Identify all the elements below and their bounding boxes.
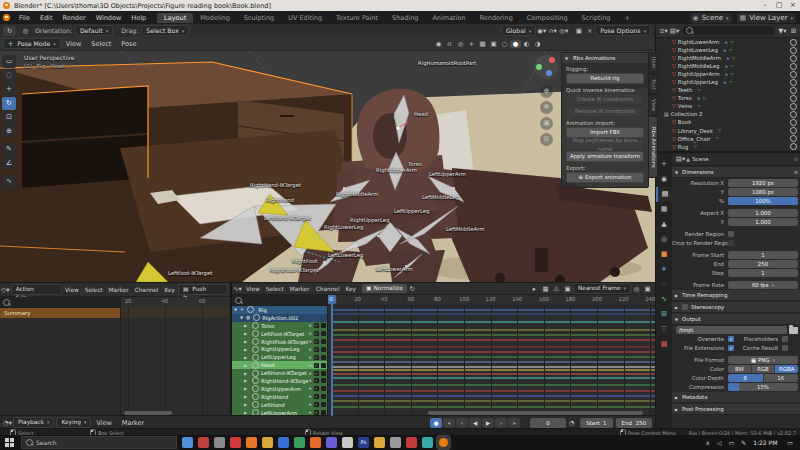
channel-enable-checkbox[interactable]: ✓ bbox=[314, 386, 319, 391]
tray-chevron-icon[interactable]: ∧ bbox=[705, 439, 709, 446]
jump-to-start-button[interactable]: « bbox=[443, 418, 455, 428]
prop-field-framerate[interactable]: 60 fps▾ bbox=[728, 281, 798, 289]
ghost-curves-icon[interactable]: ▣ bbox=[562, 285, 573, 293]
scene-selector[interactable]: ◉ Scene ▾ bbox=[690, 13, 732, 23]
close-button[interactable]: × bbox=[786, 0, 800, 11]
channel-eye-icon[interactable] bbox=[252, 385, 259, 392]
workspace-tab-modeling[interactable]: Modeling bbox=[193, 13, 237, 23]
visibility-eye-icon[interactable] bbox=[790, 119, 797, 126]
taskbar-icon-weather-app[interactable] bbox=[182, 437, 193, 448]
dimensions-panel-header[interactable]: ▼Dimensions ≡ bbox=[672, 167, 800, 178]
action-menu-view[interactable]: View bbox=[62, 287, 82, 293]
modifier-wrench-icon[interactable]: ∗ bbox=[308, 402, 312, 407]
graph-search[interactable] bbox=[232, 295, 327, 306]
workspace-tab-texture-paint[interactable]: Texture Paint bbox=[329, 13, 385, 23]
channel-enable-checkbox[interactable]: ✓ bbox=[314, 347, 319, 352]
outliner-item-torso[interactable]: ▽Torso∗▽ bbox=[656, 94, 800, 102]
sidebar-tab-tool[interactable]: Tool bbox=[648, 74, 658, 94]
channel-lock-icon[interactable] bbox=[321, 355, 326, 360]
channel-eye-icon[interactable] bbox=[252, 330, 259, 337]
graph-channel-rightfoot-iktarget[interactable]: ▶RightFoot-IKTarget∗✓ bbox=[232, 338, 327, 346]
taskbar-icon-photoshop[interactable]: Ps bbox=[358, 437, 369, 448]
color-option-rgba[interactable]: RGBA bbox=[775, 365, 798, 373]
checkbox-render-region[interactable] bbox=[728, 231, 734, 237]
graph-editor-type-icon[interactable]: ∿▾ bbox=[232, 285, 243, 293]
expand-triangle-icon[interactable]: ▶ bbox=[244, 378, 250, 383]
visibility-eye-icon[interactable] bbox=[790, 55, 797, 62]
proportional-edit-icon[interactable]: ◎ bbox=[631, 285, 642, 293]
channel-eye-icon[interactable] bbox=[247, 306, 254, 313]
navigation-gizmo[interactable] bbox=[534, 55, 558, 79]
properties-tab-scene[interactable]: ▲ bbox=[656, 217, 672, 232]
current-frame-field[interactable]: 0 bbox=[530, 418, 566, 428]
taskbar-blender-active[interactable] bbox=[438, 437, 449, 448]
visibility-eye-icon[interactable] bbox=[790, 71, 797, 78]
properties-tab-tool[interactable]: + bbox=[656, 157, 672, 172]
tool-measure[interactable]: ∠ bbox=[2, 157, 16, 170]
taskbar-icon-discord[interactable] bbox=[326, 437, 337, 448]
action-search[interactable] bbox=[0, 297, 120, 308]
taskbar-icon-pinned-app-teal[interactable] bbox=[422, 437, 433, 448]
view-layer-selector[interactable]: ▦ View Layer ▾ bbox=[737, 13, 797, 23]
workspace-tab-compositing[interactable]: Compositing bbox=[520, 13, 575, 23]
channel-eye-icon[interactable] bbox=[252, 377, 259, 384]
keying-dropdown[interactable]: Keying▾ bbox=[56, 417, 91, 428]
properties-tab-modifiers[interactable]: ∗ bbox=[656, 262, 672, 277]
tool-move[interactable]: + bbox=[2, 83, 16, 96]
expand-triangle-icon[interactable]: ▶ bbox=[244, 402, 250, 407]
visibility-eye-icon[interactable] bbox=[790, 127, 797, 134]
transform-orientation-dropdown[interactable]: Global▾ bbox=[501, 25, 536, 36]
graph-channel-lefthand[interactable]: ▶LeftHand∗✓ bbox=[232, 401, 327, 409]
timeline-editor-icon[interactable]: ◔▾ bbox=[2, 419, 13, 427]
frame-start-field[interactable]: Start 1 bbox=[580, 418, 612, 428]
pose-options-dropdown[interactable]: Pose Options▾ bbox=[595, 25, 651, 36]
prop-field-framestart[interactable]: 1 bbox=[728, 251, 798, 259]
minimize-button[interactable]: – bbox=[758, 0, 772, 11]
auto-normalize-icon[interactable]: ↻ bbox=[407, 285, 418, 293]
proportional-dropdown-icon[interactable]: ◎▾ bbox=[558, 27, 569, 35]
show-hidden-filter-icon[interactable]: ▦ bbox=[540, 285, 551, 293]
outliner-filter-icon[interactable]: ▼▾ bbox=[777, 27, 788, 35]
channel-lock-icon[interactable] bbox=[321, 371, 326, 376]
clear-icon[interactable]: × bbox=[584, 27, 595, 35]
graph-h-scrollbar[interactable] bbox=[428, 411, 643, 415]
expand-triangle-icon[interactable]: ▶ bbox=[244, 339, 250, 344]
taskbar-search[interactable]: Search bbox=[21, 436, 177, 449]
modifier-wrench-icon[interactable]: ∗ bbox=[308, 323, 312, 328]
workspace-tab-uv-editing[interactable]: UV Editing bbox=[281, 13, 329, 23]
modifier-wrench-icon[interactable]: ∗ bbox=[308, 347, 312, 352]
outliner-collection-icon[interactable]: ▤▾ bbox=[669, 27, 680, 35]
prop-field-step[interactable]: 1 bbox=[728, 269, 798, 277]
channel-enable-checkbox[interactable]: ✓ bbox=[314, 394, 319, 399]
prop-field-resolutionx[interactable]: 1920 px bbox=[728, 179, 798, 187]
action-menu-marker[interactable]: Marker bbox=[106, 287, 132, 293]
rbx-panel-header[interactable]: ▼ Rbx Animations bbox=[562, 53, 648, 63]
menu-window[interactable]: Window bbox=[91, 14, 127, 22]
outliner-search[interactable] bbox=[683, 26, 774, 35]
time-remapping-panel-header[interactable]: ▶Time Remapping bbox=[672, 290, 800, 301]
volume-icon[interactable]: ◁ bbox=[717, 439, 722, 446]
menu-edit[interactable]: Edit bbox=[35, 14, 58, 22]
post-processing-panel-header[interactable]: ▶Post Processing bbox=[672, 404, 800, 415]
graph-channel-righthand[interactable]: ▶RightHand∗✓ bbox=[232, 393, 327, 401]
summary-channel[interactable]: Summary bbox=[0, 308, 120, 318]
channel-eye-icon[interactable] bbox=[252, 370, 259, 377]
channel-eye-icon[interactable] bbox=[252, 322, 259, 329]
taskbar-icon-pinned-app-blue[interactable] bbox=[278, 437, 289, 448]
modifier-wrench-icon[interactable]: ∗ bbox=[308, 378, 312, 383]
taskbar-icon-news-app[interactable] bbox=[198, 437, 209, 448]
taskbar-icon-pinned-app-red[interactable] bbox=[230, 437, 241, 448]
frame-end-field[interactable]: End 250 bbox=[616, 418, 652, 428]
channel-enable-checkbox[interactable]: ✓ bbox=[314, 331, 319, 336]
stereoscopy-checkbox[interactable] bbox=[682, 304, 688, 310]
graph-channel-leftupperleg[interactable]: ▶LeftUpperLeg∗✓ bbox=[232, 353, 327, 361]
properties-tab-object-data[interactable]: ▽ bbox=[656, 322, 672, 337]
visibility-eye-icon[interactable] bbox=[790, 143, 797, 150]
taskbar-icon-pinned-app-orange[interactable] bbox=[246, 437, 257, 448]
jump-to-end-button[interactable]: » bbox=[508, 418, 520, 428]
zoom-icon[interactable]: ⊕ bbox=[540, 85, 553, 98]
action-mode-dropdown[interactable]: Action Editor▾ bbox=[11, 284, 62, 295]
depth-option-8[interactable]: 8 bbox=[728, 374, 764, 382]
outliner-item-rightupperleg[interactable]: ▽RightUpperLeg∗▽ bbox=[656, 78, 800, 86]
shading-solid-icon[interactable]: ● bbox=[510, 40, 521, 48]
